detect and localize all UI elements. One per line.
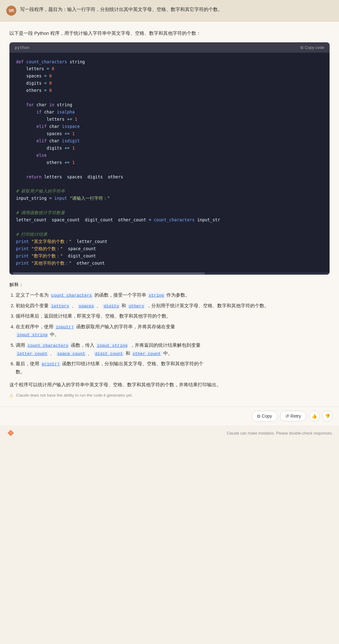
code-ref: letter_count [16, 351, 49, 356]
list-item: 调用 count_characters 函数，传入 input_string ，… [16, 341, 330, 357]
thumbs-up-button[interactable]: 👍 [309, 411, 320, 421]
list-item: 在主程序中，使用 input() 函数获取用户输入的字符串，并将其存储在变量 i… [16, 323, 330, 339]
thumbs-down-button[interactable]: 👎 [322, 411, 333, 421]
code-ref: string [148, 293, 165, 298]
list-item: 定义了一个名为 count_characters 的函数，接受一个字符串 str… [16, 291, 330, 299]
bottom-disclaimer: Claude can make mistakes. Please double-… [227, 431, 333, 435]
assistant-message: 以下是一段 Python 程序，用于统计输入字符串中英文字母、空格、数字和其他字… [0, 22, 339, 407]
user-message-text: 写一段程序，题目为：输入一行字符，分别统计出其中英文字母、空格、数字和其它字符的… [20, 6, 333, 13]
code-ref: others [127, 304, 145, 309]
code-ref: input_string [96, 343, 129, 348]
code-content: def count_characters(string): letters = … [10, 53, 329, 272]
explanation: 解释： 定义了一个名为 count_characters 的函数，接受一个字符串… [9, 281, 330, 376]
explanation-list: 定义了一个名为 count_characters 的函数，接受一个字符串 str… [9, 291, 330, 376]
bottom-bar: Claude can make mistakes. Please double-… [0, 425, 339, 441]
summary-text: 这个程序可以统计用户输入的字符串中英文字母、空格、数字和其他字符的个数，并将结果… [9, 381, 330, 389]
code-language: python [15, 45, 30, 50]
copy-icon: ⧉ [257, 414, 260, 419]
copy-code-button[interactable]: ⧉ Copy code [300, 45, 324, 50]
code-ref: digits [102, 304, 120, 309]
list-item: 最后，使用 print() 函数打印统计结果，分别输出英文字母、空格、数字和其他… [16, 360, 330, 376]
code-ref: space_count [56, 351, 86, 356]
copy-button[interactable]: ⧉ Copy [252, 411, 277, 422]
code-ref: spaces [78, 304, 95, 309]
list-item: 初始化四个变量 letters 、 spaces 、 digits 和 othe… [16, 302, 330, 310]
warning-icon: ⚠ [9, 393, 13, 398]
code-ref: count_characters [26, 343, 70, 348]
warning-text: Claude does not have the ability to run … [16, 393, 132, 398]
code-ref: input_string [16, 332, 49, 338]
retry-button[interactable]: ↺ Retry [280, 411, 306, 421]
code-scrollbar[interactable] [10, 272, 329, 274]
code-ref: input() [55, 325, 75, 330]
list-item: 循环结果后，返回统计结果，即英文字母、空格、数字和其他字符的个数。 [16, 312, 330, 320]
claude-logo [6, 429, 15, 438]
code-block: python ⧉ Copy code def count_characters(… [9, 42, 330, 275]
thumbs-up-icon: 👍 [312, 414, 317, 419]
code-ref: other_count [132, 351, 162, 356]
code-header: python ⧉ Copy code [10, 43, 329, 53]
intro-text: 以下是一段 Python 程序，用于统计输入字符串中英文字母、空格、数字和其他字… [9, 29, 330, 37]
code-ref: print() [40, 362, 61, 367]
retry-icon: ↺ [285, 414, 289, 419]
user-avatar: SR [6, 6, 16, 16]
action-bar: ⧉ Copy ↺ Retry 👍 👎 [0, 407, 339, 425]
code-ref: digit_count [94, 351, 124, 356]
explanation-title: 解释： [9, 281, 330, 289]
code-ref: letters [50, 304, 70, 309]
thumbs-down-icon: 👎 [325, 414, 330, 419]
copy-icon: ⧉ [300, 45, 303, 50]
warning-bar: ⚠ Claude does not have the ability to ru… [9, 393, 330, 398]
code-ref: count_characters [50, 293, 93, 298]
user-message: SR 写一段程序，题目为：输入一行字符，分别统计出其中英文字母、空格、数字和其它… [0, 0, 339, 22]
